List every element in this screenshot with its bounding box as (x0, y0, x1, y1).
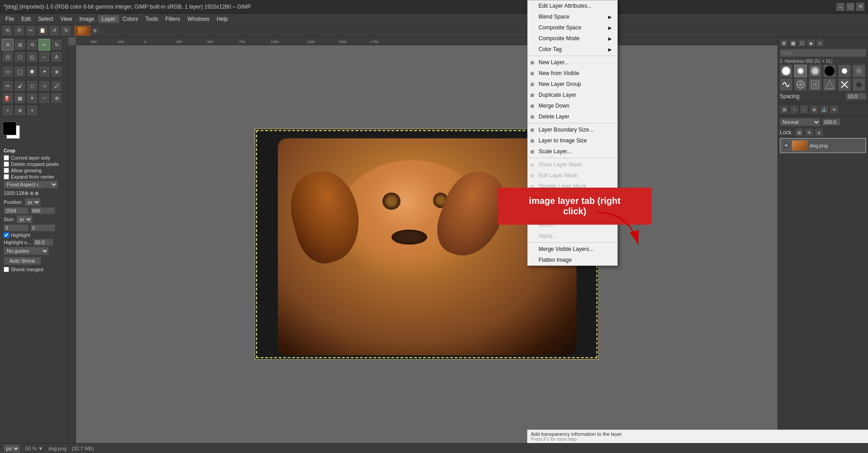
brush-thumb-2[interactable] (794, 65, 807, 77)
layer-anchor-btn[interactable]: ⚓ (820, 105, 829, 114)
tool-airbrush[interactable]: ⊹ (38, 80, 50, 92)
brush-thumb-3[interactable] (809, 65, 821, 77)
tool-pencil[interactable]: ✏ (2, 80, 14, 92)
current-layer-checkbox[interactable] (4, 155, 9, 160)
panel-icon-4[interactable]: ◈ (807, 39, 815, 47)
toolbtn-undo[interactable]: ⟲ (2, 25, 13, 36)
tool-perspective[interactable]: ◱ (26, 51, 38, 63)
tool-scale[interactable]: ⊡ (2, 51, 14, 63)
ctx-delete-layer[interactable]: ⊞ Delete Layer (528, 111, 617, 122)
menu-image[interactable]: Image (76, 15, 98, 23)
tool-ellipse-select[interactable]: ◯ (14, 66, 26, 77)
ctx-layer-to-image-size[interactable]: ⊞ Layer to Image Size (528, 135, 617, 146)
layer-delete-btn[interactable]: ✕ (830, 105, 839, 114)
brush-thumb-9[interactable] (809, 78, 821, 91)
layer-mode-select[interactable]: Normal (780, 118, 820, 126)
menu-colors[interactable]: Colors (119, 15, 142, 23)
ctx-new-layer[interactable]: ⊞ New Layer... (528, 57, 617, 68)
brush-thumb-12[interactable] (853, 78, 865, 91)
ctx-merge-visible-layers[interactable]: Merge Visible Layers... (528, 244, 617, 255)
size-w-input[interactable] (4, 224, 29, 231)
menu-tools[interactable]: Tools (142, 15, 162, 23)
layer-opacity-input[interactable] (822, 118, 840, 126)
menu-help[interactable]: Help (213, 15, 232, 23)
close-button[interactable]: ✕ (856, 3, 864, 11)
tool-bucket-fill[interactable]: ⛽ (2, 92, 14, 104)
tool-blur-sharpen[interactable]: ⌖ (26, 104, 38, 116)
tool-gradient[interactable]: ▦ (14, 92, 26, 104)
tool-crop[interactable]: ✂ (38, 39, 50, 51)
ctx-scale-layer[interactable]: ⊞ Scale Layer... (528, 146, 617, 157)
maximize-button[interactable]: □ (846, 3, 854, 11)
size-h-input[interactable] (30, 224, 55, 231)
minimize-button[interactable]: – (836, 3, 844, 11)
panel-icon-5[interactable]: ⊹ (816, 39, 824, 47)
image-canvas[interactable] (76, 45, 777, 443)
shrink-merged-checkbox[interactable] (4, 267, 9, 272)
toolbtn-redo[interactable]: ⟳ (14, 25, 24, 36)
unit-select[interactable]: px (4, 444, 20, 453)
spacing-input[interactable] (846, 93, 866, 100)
tool-rect-select[interactable]: ▭ (2, 66, 14, 77)
ctx-composite-mode[interactable]: Composite Mode ▶ (528, 33, 617, 44)
size-unit-select[interactable]: px (16, 215, 33, 223)
panel-icon-2[interactable]: ▦ (789, 39, 797, 47)
delete-cropped-checkbox[interactable] (4, 161, 9, 167)
tool-smudge[interactable]: ~ (38, 92, 50, 104)
layer-visibility-eye[interactable]: 👁 (782, 142, 790, 149)
tool-eraser[interactable]: ◻ (26, 80, 38, 92)
tool-flip[interactable]: ↔ (38, 51, 50, 63)
tool-rotate[interactable]: ↻ (51, 39, 62, 51)
tool-perspective-clone[interactable]: ⊛ (14, 104, 26, 116)
brush-thumb-7[interactable] (780, 78, 792, 91)
position-y-input[interactable] (30, 207, 55, 214)
ctx-layer-boundary-size[interactable]: ⊞ Layer Boundary Size... (528, 124, 617, 135)
tool-by-color-select[interactable]: ◈ (51, 66, 62, 77)
tool-align[interactable]: ⊞ (14, 39, 26, 51)
tool-shear[interactable]: ⬡ (14, 51, 26, 63)
brush-thumb-6[interactable] (853, 65, 865, 77)
lock-alpha-btn[interactable]: α (815, 128, 824, 137)
ctx-blend-space[interactable]: Blend Space ▶ (528, 11, 617, 22)
tool-ink[interactable]: 🖊 (51, 80, 62, 92)
position-x-input[interactable] (4, 207, 29, 214)
ctx-duplicate-layer[interactable]: ⊞ Duplicate Layer (528, 90, 617, 100)
ctx-flatten-image[interactable]: Flatten Image (528, 255, 617, 265)
allow-growing-checkbox[interactable] (4, 168, 9, 173)
layer-new-btn[interactable]: ⊞ (780, 105, 789, 114)
guides-select[interactable]: No guides (4, 247, 49, 255)
highlight-value-input[interactable] (33, 239, 53, 246)
brush-filter-input[interactable] (780, 49, 866, 57)
brush-thumb-4[interactable] (823, 65, 836, 77)
highlight-checkbox[interactable] (4, 232, 9, 238)
toolbtn-forward[interactable]: ↻ (61, 25, 72, 36)
menu-view[interactable]: View (57, 15, 76, 23)
layer-raise-btn[interactable]: ↑ (790, 105, 799, 114)
tool-move[interactable]: ✛ (2, 39, 14, 51)
brush-thumb-10[interactable] (823, 78, 836, 91)
ctx-color-tag[interactable]: Color Tag ▶ (528, 44, 617, 55)
close-thumbnail-btn[interactable]: ✕ (91, 27, 99, 34)
menu-windows[interactable]: Windows (184, 15, 213, 23)
tool-text[interactable]: A (51, 51, 62, 63)
tool-fuzzy-select[interactable]: ✦ (38, 66, 50, 77)
layer-duplicate-btn[interactable]: ⊕ (810, 105, 819, 114)
lock-pixels-btn[interactable]: ⊞ (795, 128, 804, 137)
brush-thumb-11[interactable] (838, 78, 851, 91)
tool-clone[interactable]: ⊕ (51, 92, 62, 104)
position-unit-select[interactable]: px (24, 198, 41, 206)
ctx-new-from-visible[interactable]: ⊞ New from Visible (528, 68, 617, 79)
toolbtn-cut[interactable]: ✂ (25, 25, 36, 36)
tool-paintbrush[interactable]: 🖌 (14, 80, 26, 92)
tool-heal[interactable]: + (2, 104, 14, 116)
foreground-color-swatch[interactable] (3, 122, 16, 135)
tool-free-select[interactable]: ⬢ (26, 66, 38, 77)
toolbtn-paste[interactable]: 📋 (37, 25, 48, 36)
menu-select[interactable]: Select (34, 15, 57, 23)
expand-center-checkbox[interactable] (4, 174, 9, 179)
fixed-aspect-select[interactable]: Fixed Aspect r... (4, 180, 58, 189)
tool-dodge-burn[interactable]: ☀ (26, 92, 38, 104)
auto-shrink-button[interactable]: Auto Shrink (4, 257, 41, 265)
brush-thumb-1[interactable] (780, 65, 792, 77)
menu-layer[interactable]: Layer (98, 15, 119, 23)
